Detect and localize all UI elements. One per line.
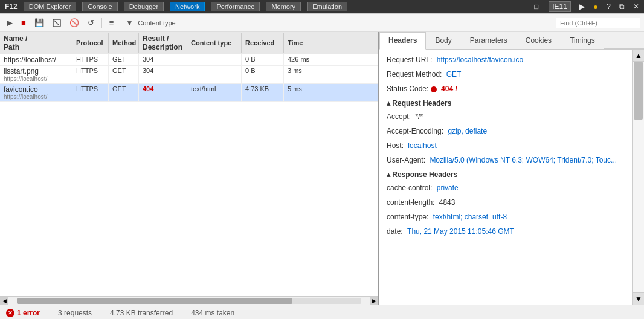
monitor-icon: ⊡ xyxy=(533,3,539,11)
restore-icon: ⧉ xyxy=(619,2,625,11)
tab-headers[interactable]: Headers xyxy=(379,32,426,50)
inner-tab-bar: Headers Body Parameters Cookies Timings xyxy=(379,32,644,50)
tab-spacer xyxy=(604,32,644,49)
cell-result: 304 xyxy=(139,54,187,65)
transferred-label: 4.73 KB transferred xyxy=(110,309,173,317)
accept-label: Accept: xyxy=(387,112,411,121)
cell-method: GET xyxy=(109,66,139,83)
tab-emulation[interactable]: Emulation xyxy=(307,2,347,11)
cache-control-row: cache-control: private xyxy=(387,182,627,193)
separator2 xyxy=(121,18,121,28)
table-row[interactable]: iisstart.png https://localhost/ HTTPS GE… xyxy=(0,66,378,84)
find-input[interactable] xyxy=(556,18,640,28)
date-label: date: xyxy=(387,227,403,236)
tab-cookies[interactable]: Cookies xyxy=(517,32,561,49)
request-headers-title: ▴ Request Headers xyxy=(387,99,627,108)
table-row[interactable]: favicon.ico https://localhost/ HTTPS GET… xyxy=(0,84,378,102)
cell-name: favicon.ico https://localhost/ xyxy=(0,84,72,102)
request-url-row: Request URL: https://localhost/favicon.i… xyxy=(387,54,627,65)
user-agent-row: User-Agent: Mozilla/5.0 (Windows NT 6.3;… xyxy=(387,155,627,166)
col-result: Result /Description xyxy=(139,33,187,53)
network-table: Name /Path Protocol Method Result /Descr… xyxy=(0,32,379,304)
indent-button[interactable]: ≡ xyxy=(106,16,117,29)
response-headers-label: ▴ Response Headers xyxy=(387,170,457,179)
headers-content: Request URL: https://localhost/favicon.i… xyxy=(379,50,644,304)
time-label: 434 ms taken xyxy=(191,309,234,317)
error-label: 1 error xyxy=(17,309,40,317)
status-code-label: Status Code: xyxy=(387,85,428,93)
table-row[interactable]: https://localhost/ HTTPS GET 304 0 B 426… xyxy=(0,54,378,66)
close-icon[interactable]: ✕ xyxy=(633,2,639,11)
cell-received: 4.73 KB xyxy=(242,84,284,102)
tab-performance[interactable]: Performance xyxy=(211,2,260,11)
request-url-label: Request URL: xyxy=(387,56,432,64)
accept-encoding-label: Accept-Encoding: xyxy=(387,127,443,135)
vertical-scrollbar[interactable]: ▲ ▼ xyxy=(632,50,644,304)
ie-version: IE11 xyxy=(549,1,571,12)
col-content-type: Content type xyxy=(187,33,242,53)
arrow-icon: ▶ xyxy=(579,2,585,11)
cell-content-type: text/html xyxy=(187,84,242,102)
content-length-value: 4843 xyxy=(439,198,456,207)
scroll-track[interactable] xyxy=(17,298,361,304)
user-agent-value: Mozilla/5.0 (Windows NT 6.3; WOW64; Trid… xyxy=(430,156,617,164)
tab-memory[interactable]: Memory xyxy=(266,2,301,11)
tab-body[interactable]: Body xyxy=(426,32,460,49)
request-method-label: Request Method: xyxy=(387,70,442,79)
tab-dom-explorer[interactable]: DOM Explorer xyxy=(24,2,77,11)
scroll-up-button[interactable]: ▲ xyxy=(633,50,644,62)
tab-debugger[interactable]: Debugger xyxy=(124,2,164,11)
response-headers-title: ▴ Response Headers xyxy=(387,170,627,179)
tab-timings[interactable]: Timings xyxy=(561,32,604,49)
refresh-button[interactable]: ↺ xyxy=(85,16,97,29)
tab-console[interactable]: Console xyxy=(82,2,117,11)
tab-network[interactable]: Network xyxy=(170,2,205,11)
cell-protocol: HTTPS xyxy=(72,54,109,65)
block-button[interactable]: 🚫 xyxy=(66,16,82,29)
play-button[interactable]: ▶ xyxy=(4,16,16,29)
content-length-label: content-length: xyxy=(387,198,434,207)
request-method-value: GET xyxy=(446,70,462,79)
date-row: date: Thu, 21 May 2015 11:05:46 GMT xyxy=(387,226,627,237)
col-time: Time xyxy=(284,33,319,53)
scroll-left-button[interactable]: ◀ xyxy=(0,297,8,305)
cell-method: GET xyxy=(109,54,139,65)
statusbar: ✕ 1 error 3 requests 4.73 KB transferred… xyxy=(0,304,644,319)
f12-label: F12 xyxy=(5,2,18,11)
scroll-down-button[interactable]: ▼ xyxy=(633,292,644,304)
cell-received: 0 B xyxy=(242,54,284,65)
cache-control-value: private xyxy=(437,184,459,192)
stop-button[interactable]: ■ xyxy=(18,16,29,29)
circle-icon: ● xyxy=(593,2,598,11)
horizontal-scrollbar[interactable]: ◀ ▶ xyxy=(0,296,378,304)
status-circle xyxy=(431,86,437,92)
request-headers-label: ▴ Request Headers xyxy=(387,99,451,108)
col-received: Received xyxy=(242,33,284,53)
col-protocol: Protocol xyxy=(72,33,109,53)
cell-content-type xyxy=(187,54,242,65)
scroll-thumb[interactable] xyxy=(634,62,643,120)
error-icon: ✕ xyxy=(6,309,14,317)
date-value: Thu, 21 May 2015 11:05:46 GMT xyxy=(407,227,514,236)
cell-protocol: HTTPS xyxy=(72,84,109,102)
request-method-row: Request Method: GET xyxy=(387,69,627,80)
scroll-thumb[interactable] xyxy=(17,298,292,304)
filter-icon: ▼ xyxy=(126,19,133,27)
scroll-track xyxy=(633,62,644,292)
cell-time: 5 ms xyxy=(284,84,319,102)
cache-control-label: cache-control: xyxy=(387,184,432,192)
tab-parameters[interactable]: Parameters xyxy=(461,32,517,49)
save-button[interactable]: 💾 xyxy=(31,16,47,29)
right-panel: Headers Body Parameters Cookies Timings … xyxy=(379,32,644,304)
svg-line-1 xyxy=(54,21,59,25)
network-toolbar: ▶ ■ 💾 🚫 ↺ ≡ ▼ Content type xyxy=(0,14,644,32)
cell-result: 404 xyxy=(139,84,187,102)
filter-label: Content type xyxy=(138,19,175,27)
separator xyxy=(101,18,102,28)
question-icon: ? xyxy=(607,2,611,11)
network-rows: https://localhost/ HTTPS GET 304 0 B 426… xyxy=(0,54,378,296)
col-name: Name /Path xyxy=(0,33,72,53)
clear-button[interactable] xyxy=(50,17,64,29)
scroll-right-button[interactable]: ▶ xyxy=(370,297,378,305)
content-type-label: content-type: xyxy=(387,213,428,221)
